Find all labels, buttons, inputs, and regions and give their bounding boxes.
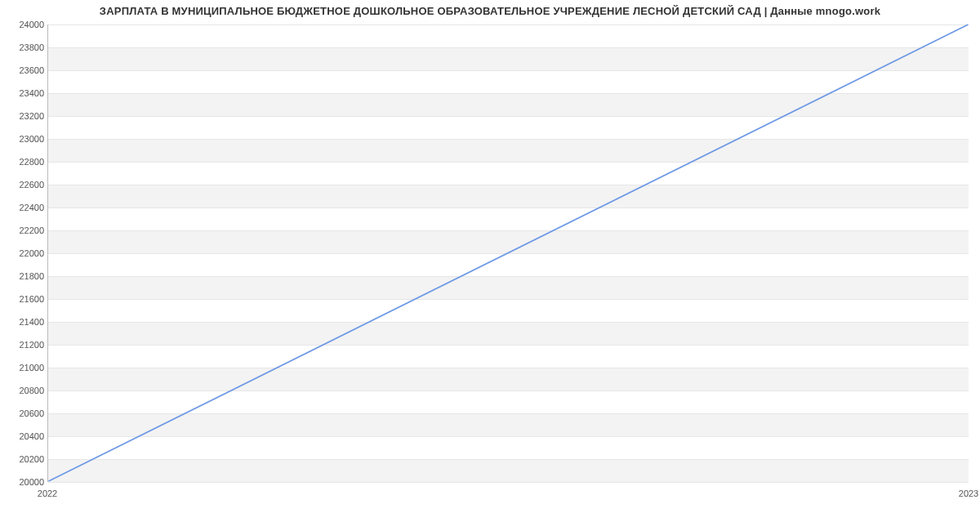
y-tick-label: 20600	[3, 408, 44, 418]
y-tick-label: 20200	[3, 454, 44, 464]
y-tick-label: 22000	[3, 248, 44, 258]
plot-area	[47, 25, 969, 482]
series-line	[49, 25, 969, 481]
y-tick-label: 22400	[3, 203, 44, 212]
y-tick-label: 24000	[3, 20, 44, 29]
y-tick-label: 22200	[3, 225, 44, 235]
y-tick-label: 21800	[3, 271, 44, 281]
line-layer	[48, 25, 969, 481]
grid-line	[48, 482, 969, 483]
chart-container: ЗАРПЛАТА В МУНИЦИПАЛЬНОЕ БЮДЖЕТНОЕ ДОШКО…	[0, 0, 980, 506]
y-tick-label: 21600	[3, 294, 44, 304]
x-tick-label: 2022	[38, 489, 57, 498]
y-tick-label: 23800	[3, 42, 44, 52]
y-tick-label: 23600	[3, 65, 44, 75]
y-tick-label: 20800	[3, 386, 44, 395]
y-tick-label: 21000	[3, 363, 44, 373]
x-tick-label: 2023	[959, 489, 978, 498]
y-tick-label: 23000	[3, 134, 44, 144]
y-tick-label: 23400	[3, 88, 44, 98]
y-tick-label: 22800	[3, 157, 44, 167]
y-tick-label: 20000	[3, 477, 44, 487]
y-tick-label: 22600	[3, 180, 44, 190]
chart-title: ЗАРПЛАТА В МУНИЦИПАЛЬНОЕ БЮДЖЕТНОЕ ДОШКО…	[0, 5, 980, 17]
y-tick-label: 23200	[3, 111, 44, 121]
y-tick-label: 21200	[3, 340, 44, 350]
y-tick-label: 21400	[3, 317, 44, 327]
y-tick-label: 20400	[3, 431, 44, 441]
